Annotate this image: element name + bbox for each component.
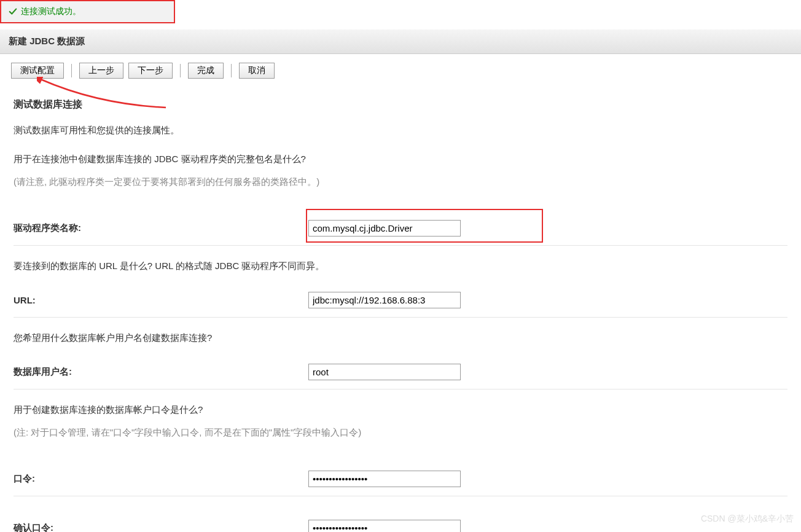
url-field-row: URL: [14, 283, 787, 318]
url-label: URL: [14, 295, 308, 305]
pass-note: (注: 对于口令管理, 请在"口令"字段中输入口令, 而不是在下面的"属性"字段… [14, 427, 787, 439]
divider [71, 64, 72, 77]
password-label: 口令: [14, 473, 308, 485]
user-input[interactable] [308, 364, 461, 380]
form-content: 测试数据库连接 测试数据库可用性和您提供的连接属性。 用于在连接池中创建数据库连… [0, 84, 801, 532]
url-question: 要连接到的数据库的 URL 是什么? URL 的格式随 JDBC 驱动程序不同而… [14, 260, 787, 272]
divider [180, 64, 181, 77]
password-field-row: 口令: [14, 462, 787, 496]
driver-question: 用于在连接池中创建数据库连接的 JDBC 驱动程序类的完整包名是什么? [14, 154, 787, 165]
user-label: 数据库用户名: [14, 366, 308, 378]
password-input[interactable] [308, 471, 461, 487]
finish-button[interactable]: 完成 [188, 63, 224, 79]
prev-button[interactable]: 上一步 [79, 63, 123, 79]
password-confirm-label: 确认口令: [14, 522, 308, 532]
button-toolbar: 测试配置 上一步 下一步 完成 取消 [0, 54, 801, 84]
driver-field-row: 驱动程序类名称: [14, 211, 787, 246]
url-input[interactable] [308, 292, 461, 308]
section-desc: 测试数据库可用性和您提供的连接属性。 [14, 125, 787, 136]
divider [231, 64, 232, 77]
driver-label: 驱动程序类名称: [14, 222, 308, 234]
pass-question: 用于创建数据库连接的数据库帐户口令是什么? [14, 404, 787, 416]
driver-input[interactable] [308, 220, 461, 237]
check-icon [9, 7, 17, 16]
test-config-button[interactable]: 测试配置 [11, 63, 64, 79]
success-banner: 连接测试成功。 [0, 0, 175, 23]
next-button[interactable]: 下一步 [128, 63, 173, 79]
driver-note: (请注意, 此驱动程序类一定要位于要将其部署到的任何服务器的类路径中。) [14, 176, 787, 188]
cancel-button[interactable]: 取消 [239, 63, 275, 79]
user-question: 您希望用什么数据库帐户用户名创建数据库连接? [14, 332, 787, 344]
page-title: 新建 JDBC 数据源 [0, 29, 801, 54]
section-heading: 测试数据库连接 [14, 98, 787, 111]
password-confirm-input[interactable] [308, 520, 461, 532]
success-message: 连接测试成功。 [21, 6, 81, 17]
password-confirm-field-row: 确认口令: [14, 511, 787, 532]
user-field-row: 数据库用户名: [14, 355, 787, 389]
